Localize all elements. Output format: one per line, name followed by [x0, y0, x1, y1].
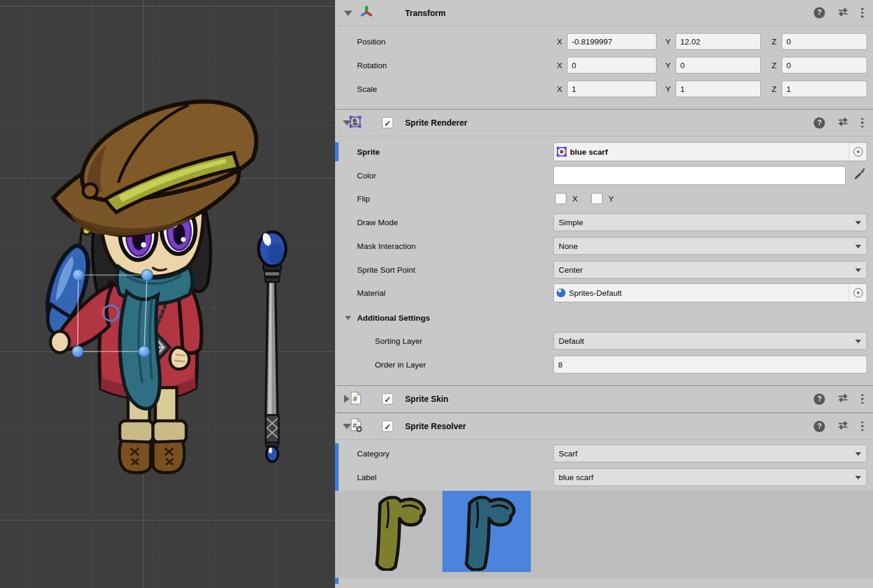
field-label: Category	[357, 449, 390, 458]
help-icon[interactable]: ?	[814, 394, 825, 405]
object-picker-button[interactable]	[849, 284, 866, 302]
flip-y-label: Y	[608, 194, 614, 203]
help-icon[interactable]: ?	[814, 117, 825, 129]
foldout-arrow-icon[interactable]	[345, 316, 351, 320]
sprite-thumb-green-scarf[interactable]	[356, 491, 439, 572]
field-label: Sorting Layer	[375, 337, 422, 346]
axis-label: X	[557, 85, 562, 94]
sprite-object-field[interactable]: blue scarf	[553, 142, 867, 161]
field-label: Color	[357, 171, 376, 180]
sprite-renderer-header[interactable]: ✓ Sprite Renderer ?	[335, 109, 873, 136]
category-row: Category Scarf	[335, 445, 873, 462]
axis-label: Z	[772, 85, 776, 94]
transform-header[interactable]: Transform ?	[335, 0, 873, 26]
flip-y-checkbox[interactable]	[591, 193, 603, 204]
position-row: Position X-0.8199997 Y12.02 Z0	[335, 33, 873, 50]
sorting-layer-row: Sorting Layer Default	[335, 332, 873, 350]
scale-y-field[interactable]: 1	[676, 81, 761, 97]
bone-handle	[142, 270, 153, 281]
field-label: Label	[357, 473, 377, 482]
component-enabled-checkbox[interactable]: ✓	[382, 394, 393, 405]
component-title: Transform	[405, 8, 445, 18]
presets-icon[interactable]	[837, 7, 849, 20]
sprite-thumb-blue-scarf[interactable]	[442, 491, 531, 572]
axis-label: X	[557, 61, 562, 70]
sprite-renderer-icon	[348, 115, 362, 131]
field-label: Mask Interaction	[357, 242, 416, 251]
material-object-field[interactable]: Sprites-Default	[553, 283, 867, 302]
scale-x-field[interactable]: 1	[567, 81, 657, 97]
sprite-resolver-header[interactable]: # ✓ Sprite Resolver ?	[335, 413, 873, 440]
scale-z-field[interactable]: 1	[782, 81, 867, 97]
component-enabled-checkbox[interactable]: ✓	[382, 421, 393, 432]
material-row: Material Sprites-Default	[335, 283, 873, 302]
rotation-z-field[interactable]: 0	[782, 57, 867, 74]
svg-text:#: #	[353, 394, 358, 403]
help-icon[interactable]: ?	[814, 7, 825, 18]
help-icon[interactable]: ?	[814, 421, 825, 432]
order-in-layer-field[interactable]: 8	[553, 356, 867, 373]
presets-icon[interactable]	[837, 420, 849, 433]
eyedropper-icon[interactable]	[853, 168, 866, 183]
draw-mode-dropdown[interactable]: Simple	[553, 213, 867, 231]
field-label: Sprite Sort Point	[357, 266, 415, 274]
sprite-skin-script-icon: #	[349, 391, 362, 407]
kebab-menu-icon[interactable]	[861, 8, 864, 18]
staff-sprite	[259, 232, 286, 462]
material-value: Sprites-Default	[569, 289, 622, 298]
kebab-menu-icon[interactable]	[861, 394, 864, 404]
axis-label: Y	[665, 37, 671, 46]
flip-x-checkbox[interactable]	[555, 193, 566, 204]
mask-interaction-dropdown[interactable]: None	[553, 237, 867, 255]
character-sprite	[47, 101, 256, 472]
order-in-layer-row: Order in Layer 8	[335, 356, 873, 373]
color-swatch[interactable]	[553, 166, 846, 185]
axis-label: Z	[772, 61, 776, 70]
sprite-variant-list	[335, 491, 873, 578]
kebab-menu-icon[interactable]	[861, 421, 864, 432]
sprite-row: Sprite blue scarf	[335, 142, 873, 161]
mask-interaction-row: Mask Interaction None	[335, 237, 873, 255]
bone-handle	[73, 270, 84, 281]
presets-icon[interactable]	[837, 116, 849, 129]
sprite-value: blue scarf	[570, 148, 608, 156]
field-label: Position	[357, 37, 385, 46]
rotation-y-field[interactable]: 0	[676, 57, 761, 74]
field-label: Sprite	[357, 148, 380, 156]
component-title: Sprite Renderer	[405, 118, 467, 127]
sprite-skin-header[interactable]: # ✓ Sprite Skin ?	[335, 385, 873, 413]
foldout-arrow-icon[interactable]	[344, 11, 352, 16]
bone-handle	[139, 346, 150, 357]
presets-icon[interactable]	[837, 392, 849, 405]
object-picker-button[interactable]	[849, 143, 866, 161]
hat	[53, 101, 256, 235]
rotation-x-field[interactable]: 0	[567, 57, 657, 74]
flip-x-label: X	[572, 194, 578, 203]
field-label: Order in Layer	[375, 360, 426, 369]
component-enabled-checkbox[interactable]: ✓	[382, 117, 393, 129]
flip-row: Flip X Y	[335, 191, 873, 206]
position-y-field[interactable]: 12.02	[676, 33, 761, 50]
component-title: Sprite Resolver	[405, 421, 466, 431]
foldout-arrow-icon[interactable]	[344, 395, 349, 403]
kebab-menu-icon[interactable]	[861, 118, 864, 128]
sprite-resolver-script-icon: #	[349, 418, 364, 434]
position-x-field[interactable]: -0.8199997	[567, 33, 657, 50]
color-row: Color	[335, 166, 873, 185]
sprite-corners-icon	[556, 146, 568, 158]
additional-settings-row[interactable]: Additional Settings	[335, 309, 873, 326]
sprite-sort-point-dropdown[interactable]: Center	[553, 261, 867, 279]
component-title: Sprite Skin	[405, 394, 448, 404]
axis-label: Y	[665, 85, 671, 94]
position-z-field[interactable]: 0	[782, 33, 867, 50]
scene-canvas	[0, 0, 334, 588]
label-dropdown[interactable]: blue scarf	[553, 468, 867, 486]
inspector-panel: Transform ? Position X-0.8199997 Y12.02 …	[335, 0, 873, 588]
staff-gem	[266, 446, 278, 462]
sorting-layer-dropdown[interactable]: Default	[553, 332, 867, 350]
axis-label: X	[557, 37, 562, 46]
unity-editor-window: Transform ? Position X-0.8199997 Y12.02 …	[0, 0, 873, 588]
field-label: Rotation	[357, 61, 387, 70]
scene-view[interactable]	[0, 0, 334, 588]
category-dropdown[interactable]: Scarf	[553, 445, 867, 462]
